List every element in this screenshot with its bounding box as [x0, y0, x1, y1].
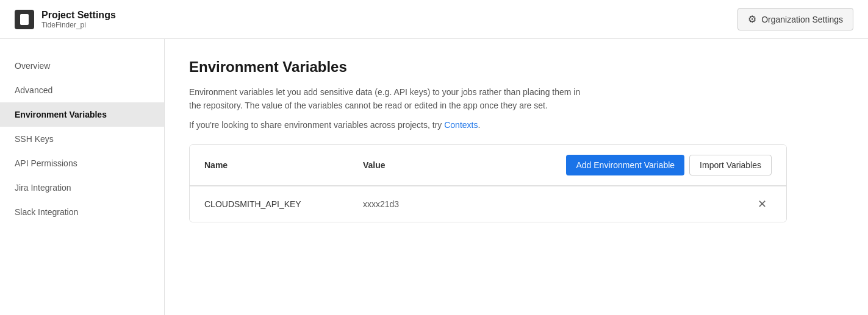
table-actions: Add Environment Variable Import Variable… [566, 155, 772, 175]
sidebar-item-label: Jira Integration [15, 183, 71, 193]
table-header-row: Name Value Add Environment Variable Impo… [190, 145, 786, 186]
col-value-header: Value [363, 160, 566, 170]
cell-name: CLOUDSMITH_API_KEY [204, 199, 363, 209]
env-vars-table: Name Value Add Environment Variable Impo… [189, 144, 787, 222]
col-name-header: Name [204, 160, 363, 170]
project-title: Project Settings TideFinder_pi [41, 10, 116, 29]
sidebar-item-label: Overview [15, 61, 50, 71]
description-p1: Environment variables let you add sensit… [189, 85, 586, 113]
page-title: Environment Variables [189, 58, 844, 76]
project-icon-inner [20, 14, 29, 25]
delete-row-button[interactable]: ✕ [753, 196, 772, 212]
project-icon [15, 10, 34, 29]
sidebar-item-environment-variables[interactable]: Environment Variables [0, 102, 164, 127]
org-settings-button[interactable]: ⚙ Organization Settings [737, 8, 853, 30]
sidebar-item-label: SSH Keys [15, 134, 54, 144]
org-settings-label: Organization Settings [761, 15, 843, 24]
sidebar: Overview Advanced Environment Variables … [0, 39, 165, 315]
header: Project Settings TideFinder_pi ⚙ Organiz… [0, 0, 868, 39]
context-note-suffix: . [478, 120, 480, 130]
sidebar-item-label: Advanced [15, 85, 52, 95]
sidebar-item-label: Environment Variables [15, 110, 107, 119]
project-title-main: Project Settings [41, 10, 116, 21]
sidebar-item-overview[interactable]: Overview [0, 54, 164, 78]
sidebar-item-label: API Permissions [15, 158, 77, 168]
main-content: Environment Variables Environment variab… [165, 39, 868, 315]
add-env-var-button[interactable]: Add Environment Variable [566, 155, 684, 175]
context-note: If you're looking to share environment v… [189, 120, 844, 130]
cell-value: xxxx21d3 [363, 199, 753, 209]
sidebar-item-advanced[interactable]: Advanced [0, 78, 164, 102]
sidebar-item-jira-integration[interactable]: Jira Integration [0, 175, 164, 200]
layout: Overview Advanced Environment Variables … [0, 39, 868, 315]
sidebar-item-api-permissions[interactable]: API Permissions [0, 151, 164, 175]
import-variables-button[interactable]: Import Variables [689, 155, 772, 175]
contexts-link[interactable]: Contexts [444, 120, 478, 130]
context-note-prefix: If you're looking to share environment v… [189, 120, 444, 130]
sidebar-item-ssh-keys[interactable]: SSH Keys [0, 127, 164, 151]
cell-actions: ✕ [753, 196, 772, 212]
sidebar-item-slack-integration[interactable]: Slack Integration [0, 200, 164, 224]
project-subtitle: TideFinder_pi [41, 21, 116, 29]
header-left: Project Settings TideFinder_pi [15, 10, 116, 29]
table-row: CLOUDSMITH_API_KEY xxxx21d3 ✕ [190, 186, 786, 222]
gear-icon: ⚙ [748, 13, 756, 25]
sidebar-item-label: Slack Integration [15, 207, 78, 217]
